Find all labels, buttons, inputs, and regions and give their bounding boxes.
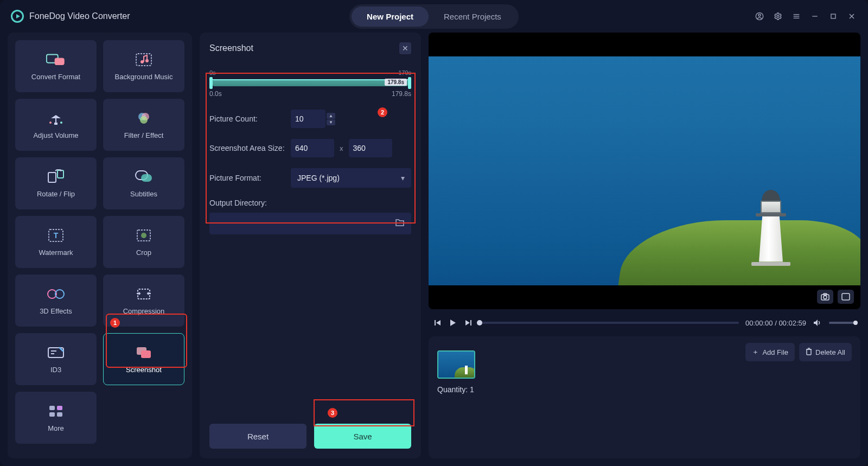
- settings-close-button[interactable]: ✕: [399, 42, 411, 54]
- svg-rect-11: [55, 58, 64, 65]
- menu-icon[interactable]: [791, 11, 802, 22]
- picture-count-stepper[interactable]: ▲ ▼: [327, 113, 335, 125]
- tool-label: Crop: [136, 248, 151, 257]
- area-height-input[interactable]: [349, 139, 392, 157]
- svg-point-17: [49, 122, 52, 124]
- tool-crop[interactable]: Crop: [103, 216, 184, 268]
- tool-label: Convert Format: [31, 73, 80, 81]
- seek-bar[interactable]: [480, 322, 739, 324]
- timeline-slider[interactable]: 179.8s: [209, 77, 411, 89]
- tool-id3[interactable]: ID3: [15, 333, 97, 385]
- tool-label: More: [48, 424, 64, 432]
- tool-label: Filter / Effect: [124, 131, 164, 139]
- brand: FoneDog Video Converter: [11, 10, 130, 23]
- delete-all-button[interactable]: Delete All: [799, 343, 852, 361]
- area-size-row: Screenshot Area Size: x: [209, 139, 411, 157]
- play-button[interactable]: [448, 318, 458, 328]
- tab-new-project[interactable]: New Project: [352, 7, 429, 27]
- add-file-label: Add File: [762, 348, 788, 356]
- subtitles-icon: [133, 169, 154, 184]
- svg-rect-51: [470, 320, 471, 325]
- timeline-handle-start[interactable]: [209, 77, 213, 89]
- tab-recent-projects[interactable]: Recent Projects: [429, 7, 516, 27]
- stepper-up-icon[interactable]: ▲: [327, 113, 335, 119]
- area-width-input[interactable]: [291, 139, 334, 157]
- output-directory-row: Output Directory:: [209, 199, 411, 234]
- svg-rect-42: [57, 412, 62, 417]
- next-button[interactable]: [463, 318, 473, 328]
- timeline-bottom-labels: 0.0s 179.8s: [209, 90, 411, 98]
- svg-point-14: [145, 59, 149, 62]
- settings-footer: Reset Save: [209, 424, 411, 449]
- folder-icon[interactable]: [395, 218, 405, 229]
- tool-watermark[interactable]: T Watermark: [15, 216, 97, 268]
- tool-convert-format[interactable]: Convert Format: [15, 40, 97, 92]
- tool-background-music[interactable]: Background Music: [103, 40, 184, 92]
- volume-slider[interactable]: [829, 322, 856, 324]
- tool-filter-effect[interactable]: Filter / Effect: [103, 99, 184, 151]
- snapshot-button[interactable]: [817, 290, 833, 304]
- tool-adjust-volume[interactable]: Adjust Volume: [15, 99, 97, 151]
- svg-rect-47: [435, 320, 436, 325]
- timeline-handle-end[interactable]: [408, 77, 411, 89]
- 3d-effects-icon: [46, 286, 66, 302]
- output-directory-input[interactable]: [209, 213, 411, 234]
- id3-icon: [46, 345, 66, 360]
- seek-handle[interactable]: [477, 320, 482, 325]
- picture-format-value: JPEG (*.jpg): [297, 174, 340, 182]
- compression-icon: [133, 286, 154, 302]
- picture-count-input[interactable]: [291, 110, 326, 128]
- tool-label: Adjust Volume: [33, 131, 78, 139]
- svg-point-44: [824, 296, 827, 299]
- reset-button[interactable]: Reset: [209, 424, 307, 449]
- picture-format-select[interactable]: JPEG (*.jpg) ▾: [291, 168, 411, 188]
- timeline-badge: 179.8s: [385, 79, 407, 86]
- filter-effect-icon: [133, 111, 154, 126]
- tool-screenshot[interactable]: Screenshot: [103, 333, 184, 385]
- watermark-icon: T: [46, 228, 66, 243]
- picture-format-row: Picture Format: JPEG (*.jpg) ▾: [209, 168, 411, 188]
- timeline-progress: [213, 79, 408, 80]
- window-controls: [754, 11, 857, 22]
- volume-icon[interactable]: [813, 318, 822, 328]
- tool-label: Rotate / Flip: [37, 190, 75, 198]
- area-size-label: Screenshot Area Size:: [209, 144, 291, 152]
- crop-icon: [133, 228, 154, 243]
- timeline-under-start: 0.0s: [209, 90, 222, 98]
- fullscreen-button[interactable]: [838, 290, 854, 304]
- app-body: Convert Format Background Music Adjust V…: [0, 33, 868, 466]
- minimize-icon[interactable]: [809, 11, 820, 22]
- video-preview[interactable]: [429, 33, 860, 309]
- annotation-marker-3: 3: [328, 408, 337, 418]
- convert-format-icon: [46, 52, 66, 67]
- account-icon[interactable]: [754, 11, 765, 22]
- tool-subtitles[interactable]: Subtitles: [103, 157, 184, 209]
- prev-button[interactable]: [433, 318, 443, 328]
- svg-point-21: [140, 116, 148, 124]
- maximize-icon[interactable]: [828, 11, 839, 22]
- tool-rotate-flip[interactable]: Rotate / Flip: [15, 157, 97, 209]
- thumbnail-item[interactable]: [437, 350, 475, 379]
- preview-pane: 00:00:00 / 00:02:59 ＋ Add File: [429, 33, 860, 458]
- svg-marker-48: [436, 320, 441, 325]
- stepper-down-icon[interactable]: ▼: [327, 119, 335, 125]
- svg-rect-41: [49, 412, 55, 417]
- picture-count-label: Picture Count:: [209, 114, 291, 123]
- more-icon: [46, 404, 66, 419]
- timeline-under-end: 179.8s: [392, 90, 411, 98]
- save-button[interactable]: Save: [314, 424, 411, 449]
- add-file-button[interactable]: ＋ Add File: [745, 343, 795, 361]
- svg-rect-46: [842, 293, 850, 300]
- gear-icon[interactable]: [773, 11, 783, 22]
- tool-3d-effects[interactable]: 3D Effects: [15, 275, 97, 327]
- tool-more[interactable]: More: [15, 392, 97, 444]
- svg-point-18: [60, 122, 62, 124]
- svg-rect-53: [807, 349, 811, 355]
- quantity-label: Quantity: 1: [437, 385, 852, 394]
- timeline-end: 179s: [398, 69, 411, 76]
- svg-rect-26: [141, 174, 152, 182]
- svg-rect-16: [54, 123, 58, 125]
- close-icon[interactable]: [846, 11, 857, 22]
- svg-rect-23: [58, 170, 63, 178]
- settings-panel: Screenshot ✕ 0s 179s 179.8s 0.0s 179.8: [200, 33, 421, 458]
